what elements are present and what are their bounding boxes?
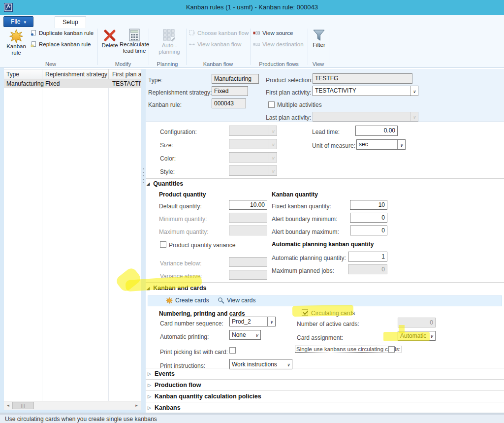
first-plan-activity-value: TESTACTIVITY (313, 86, 410, 96)
automatic-planning-quantity-label: Automatic planning quantity: (272, 255, 346, 261)
kanban-quantity-group-title: Kanban quantity (272, 191, 318, 198)
tab-setup[interactable]: Setup (55, 16, 86, 28)
print-instructions-value: Work instructions (232, 361, 277, 368)
multiple-activities-checkbox[interactable] (268, 101, 275, 108)
maximum-quantity-field (229, 226, 267, 235)
section-kanban-quantity-policies-header[interactable]: Kanban quantity calculation policies (148, 393, 261, 400)
view-source-button[interactable]: View source (253, 30, 293, 36)
minimum-quantity-field (229, 213, 267, 223)
dropdown-arrow-icon (269, 139, 277, 149)
events-title: Events (155, 370, 175, 377)
delete-button[interactable]: Delete (99, 29, 120, 49)
section-kanban-and-cards-header[interactable]: Kanban and cards (147, 285, 207, 292)
section-divider (146, 402, 504, 402)
dropdown-arrow-icon (269, 153, 277, 162)
card-assignment-value: Automatic (400, 332, 426, 339)
alert-boundary-minimum-label: Alert boundary minimum: (272, 216, 337, 223)
product-selection-field: TESTFG (313, 73, 412, 84)
alert-boundary-maximum-field[interactable]: 0 (350, 226, 387, 235)
duplicate-page-icon (31, 30, 36, 36)
view-cards-button[interactable]: View cards (218, 297, 255, 304)
section-divider (146, 379, 504, 380)
unit-of-measure-combo[interactable]: sec (356, 139, 406, 150)
section-divider (146, 368, 504, 368)
view-cards-label: View cards (227, 297, 255, 304)
view-destination-label: View destination (262, 41, 304, 47)
expand-triangle-icon (148, 405, 151, 410)
grid-column-first-plan-activity[interactable]: First plan ac (112, 71, 141, 78)
section-quantities-header[interactable]: Quantities (147, 180, 183, 187)
recalculate-label: Recalculate lead time (120, 41, 149, 54)
first-plan-activity-combo[interactable]: TESTACTIVITY (313, 86, 418, 96)
section-kanbans-header[interactable]: Kanbans (148, 404, 181, 411)
style-combo (229, 165, 277, 176)
card-number-sequence-combo[interactable]: Prod_2 (229, 317, 276, 326)
grid-column-replenishment-strategy[interactable]: Replenishment strategy (45, 71, 107, 78)
minimum-quantity-label: Minimum quantity: (159, 216, 207, 223)
ribbon-separator (186, 29, 187, 65)
first-plan-activity-label: First plan activity: (266, 89, 312, 96)
card-assignment-select[interactable]: Automatic (398, 331, 436, 341)
single-use-kanbans-checkbox[interactable] (388, 346, 395, 353)
replace-kanban-rule-button[interactable]: Replace kanban rule (31, 41, 91, 47)
alert-boundary-minimum-field[interactable]: 0 (350, 213, 387, 223)
expand-triangle-icon (148, 394, 151, 399)
create-cards-label: Create cards (175, 297, 209, 304)
cell-activity: TESTACTIVIT (112, 80, 141, 87)
automatic-planning-quantity-field[interactable]: 1 (348, 252, 387, 261)
recalculate-lead-time-button[interactable]: Recalculate lead time (121, 29, 148, 54)
variance-above-label: Variance above: (160, 273, 202, 280)
configuration-combo (229, 126, 277, 136)
replenishment-strategy-field: Fixed (212, 86, 248, 96)
scroll-left-button[interactable] (4, 401, 12, 410)
style-value (229, 166, 269, 175)
multiple-activities-label: Multiple activities (277, 101, 322, 108)
caret-down-icon (24, 18, 26, 25)
lead-time-field[interactable]: 0.00 (355, 126, 398, 136)
ribbon-separator (250, 29, 251, 65)
last-plan-activity-combo (313, 112, 418, 122)
magnifier-icon (218, 297, 224, 304)
duplicate-kanban-rule-button[interactable]: Duplicate kanban rule (31, 30, 94, 36)
file-menu-button[interactable]: File (3, 16, 33, 27)
status-bar: Use circulating cards when you create si… (0, 414, 504, 423)
dropdown-arrow-icon[interactable] (397, 140, 405, 149)
replenishment-strategy-label: Replenishment strategy: (148, 89, 212, 96)
create-cards-button[interactable]: Create cards (166, 297, 209, 304)
number-of-active-cards-label: Number of active cards: (297, 321, 359, 327)
cell-type: Manufacturing (6, 80, 44, 87)
automatic-printing-select[interactable]: None (229, 330, 261, 340)
table-row[interactable]: Manufacturing Fixed TESTACTIVIT (4, 79, 141, 88)
kanban-rules-grid: Type Replenishment strategy First plan a… (4, 69, 141, 410)
scroll-right-button[interactable] (132, 401, 141, 410)
panel-splitter[interactable] (141, 69, 146, 410)
kanban-rule-button[interactable]: Kanban rule (4, 29, 29, 56)
duplicate-kanban-rule-label: Duplicate kanban rule (39, 30, 94, 36)
single-use-kanbans-label[interactable]: Single use kanbans use circulating cards… (295, 346, 402, 353)
print-picking-list-checkbox[interactable] (229, 347, 236, 354)
default-quantity-field[interactable]: 10.00 (229, 200, 267, 210)
kanban-rule-label: Kanban rule: (148, 101, 182, 108)
product-quantity-variance-checkbox[interactable] (160, 241, 166, 248)
dropdown-arrow-icon[interactable] (410, 86, 418, 96)
number-of-active-cards-field: 0 (398, 318, 436, 327)
variance-below-label: Variance below: (160, 260, 202, 267)
grid-column-line (108, 69, 109, 401)
scrollbar-thumb[interactable] (12, 402, 34, 409)
fixed-kanban-quantity-field[interactable]: 10 (350, 200, 387, 210)
title-bar: Kanban rules (1 - usmf) - Kanban rule: 0… (0, 0, 504, 15)
circulating-cards-checkbox[interactable] (302, 309, 308, 316)
dropdown-arrow-icon[interactable] (267, 317, 275, 326)
section-events-header[interactable]: Events (148, 370, 175, 377)
filter-button[interactable]: Filter (310, 29, 328, 48)
grid-column-type[interactable]: Type (6, 71, 19, 78)
kanbans-title: Kanbans (155, 404, 181, 411)
filter-funnel-icon (313, 29, 325, 42)
section-production-flow-header[interactable]: Production flow (148, 382, 201, 389)
kanban-and-cards-title: Kanban and cards (153, 285, 206, 292)
color-label: Color: (160, 155, 176, 162)
horizontal-scrollbar[interactable] (4, 401, 141, 410)
automatic-printing-label: Automatic printing: (160, 333, 209, 340)
print-picking-list-label: Print picking list with card: (160, 349, 228, 356)
ribbon-group-modify: Modify (97, 61, 149, 67)
